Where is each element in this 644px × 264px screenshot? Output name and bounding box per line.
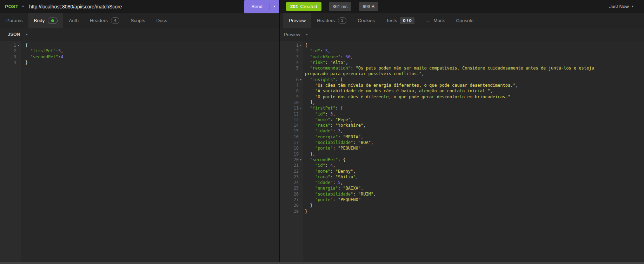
line-number: 4 xyxy=(280,60,299,65)
fold-arrow-icon[interactable]: ▾ xyxy=(299,77,303,82)
code-text[interactable]: "id": 5, xyxy=(303,48,644,54)
fold-arrow-icon[interactable]: ▾ xyxy=(299,157,303,163)
code-line: 11▾ "firstPet": { xyxy=(280,105,644,111)
fold-arrow-icon[interactable]: ▾ xyxy=(16,42,21,48)
code-line: 20▾ "secondPet": { xyxy=(280,157,644,163)
line-number: 23 xyxy=(280,174,299,180)
line-number: 18 xyxy=(280,145,299,151)
request-pane: POST ▾ http://localhost:8080/api/score/m… xyxy=(0,0,279,264)
tab-headers[interactable]: Headers3 xyxy=(311,13,352,28)
code-text[interactable]: "nome": "Pepe", xyxy=(303,117,644,123)
code-line: 22 "nome": "Benny", xyxy=(280,169,644,174)
bottom-scrollbar-track[interactable] xyxy=(0,262,644,264)
code-line: 4 "risk": "Alto", xyxy=(280,60,644,65)
code-text[interactable]: "firstPet":3, xyxy=(21,48,279,54)
response-history-dropdown[interactable]: Just Now ▾ xyxy=(609,4,633,9)
code-text[interactable]: "raca": "Yorkshire", xyxy=(303,123,644,128)
line-number: 20 xyxy=(280,157,299,163)
line-number: 10 xyxy=(280,100,299,105)
tab-preview[interactable]: Preview xyxy=(283,13,311,28)
fold-arrow-icon[interactable]: ▾ xyxy=(299,105,303,111)
preview-mode-dropdown[interactable]: Preview ▾ xyxy=(284,32,308,37)
tab-label: Params xyxy=(6,18,23,23)
tab-label: Scripts xyxy=(131,18,145,23)
line-number: 5 xyxy=(280,65,299,71)
code-text[interactable]: "sociabilidade": "BOA", xyxy=(303,140,644,145)
tab-label: Auth xyxy=(69,18,79,23)
code-text[interactable]: "id": 4, xyxy=(303,163,644,168)
tab-auth[interactable]: Auth xyxy=(63,13,84,28)
count-badge: 3 xyxy=(338,17,346,24)
chevron-down-icon[interactable]: ▾ xyxy=(270,5,279,8)
line-number: 2 xyxy=(280,48,299,54)
code-text[interactable]: "raca": "Shitzu", xyxy=(303,174,644,180)
code-text[interactable]: "idade": 3, xyxy=(303,128,644,134)
code-text[interactable]: "insights": [ xyxy=(303,77,644,82)
code-text[interactable]: { xyxy=(21,42,279,48)
request-body-editor[interactable]: 1▾{2 "firstPet":3,3 "secondPet":44} xyxy=(0,41,279,264)
code-text[interactable]: "energia": "MEDIA", xyxy=(303,134,644,140)
tab-label: Tests xyxy=(386,18,397,23)
code-text[interactable]: "energia": "BAIXA", xyxy=(303,185,644,191)
tab-params[interactable]: Params xyxy=(1,13,28,28)
code-text[interactable]: { xyxy=(303,42,644,48)
line-number: 9 xyxy=(280,94,299,100)
code-text[interactable]: "secondPet": { xyxy=(303,157,644,163)
code-line: 2 "id": 5, xyxy=(280,48,644,54)
line-number: 19 xyxy=(280,151,299,157)
tab-mock[interactable]: →Mock xyxy=(420,13,451,28)
code-line: 23 "raca": "Shitzu", xyxy=(280,174,644,180)
fold-arrow-icon[interactable]: ▾ xyxy=(299,42,303,48)
tab-console[interactable]: Console xyxy=(451,13,479,28)
code-line: 26 "sociabilidade": "RUIM", xyxy=(280,191,644,197)
code-text[interactable]: "matchScore": 50, xyxy=(303,54,644,60)
tab-scripts[interactable]: Scripts xyxy=(125,13,151,28)
line-number: 29 xyxy=(280,209,299,214)
code-text[interactable]: "id": 3, xyxy=(303,111,644,117)
code-text[interactable]: ], xyxy=(303,100,644,105)
line-number: 1 xyxy=(280,42,299,48)
body-type-label: JSON xyxy=(8,32,20,37)
tab-docs[interactable]: Docs xyxy=(151,13,173,28)
code-text[interactable]: "risk": "Alto", xyxy=(303,60,644,65)
url-input[interactable]: http://localhost:8080/api/score/matchSco… xyxy=(29,4,244,9)
code-line: 9 "O porte dos cães é diferente, o que p… xyxy=(280,94,644,100)
tests-count-badge: 0 / 0 xyxy=(400,17,414,24)
request-url-bar: POST ▾ http://localhost:8080/api/score/m… xyxy=(0,0,279,13)
code-text[interactable]: "nome": "Benny", xyxy=(303,169,644,174)
code-text[interactable]: "idade": 5, xyxy=(303,180,644,185)
send-button[interactable]: Send ▾ xyxy=(244,0,279,13)
code-line: 7 "Os cães têm níveis de energia diferen… xyxy=(280,82,644,88)
code-text[interactable]: }, xyxy=(303,151,644,157)
code-text[interactable]: "porte": "PEQUENO" xyxy=(303,145,644,151)
chevron-down-icon: ▾ xyxy=(632,5,633,8)
tab-body[interactable]: Body xyxy=(28,13,64,28)
tab-label: Preview xyxy=(289,18,306,23)
code-line: 17 "sociabilidade": "BOA", xyxy=(280,140,644,145)
count-badge: 4 xyxy=(111,17,119,24)
code-text[interactable]: } xyxy=(303,203,644,208)
code-text[interactable]: "A sociabilidade de um dos cães é baixa,… xyxy=(303,88,644,94)
line-number: 13 xyxy=(280,117,299,123)
code-text[interactable]: "Os cães têm níveis de energia diferente… xyxy=(303,82,644,88)
code-text[interactable]: "firstPet": { xyxy=(303,105,644,111)
code-text[interactable]: "O porte dos cães é diferente, o que pod… xyxy=(303,94,644,100)
code-text[interactable]: } xyxy=(303,209,644,214)
code-text[interactable]: "secondPet":4 xyxy=(21,54,279,60)
code-text[interactable]: } xyxy=(21,60,279,65)
tab-cookies[interactable]: Cookies xyxy=(352,13,380,28)
preview-mode-bar: Preview ▾ xyxy=(280,28,644,41)
response-body-viewer[interactable]: 1▾{2 "id": 5,3 "matchScore": 50,4 "risk"… xyxy=(280,41,644,264)
tab-tests[interactable]: Tests0 / 0 xyxy=(380,13,420,28)
code-text[interactable]: "recommendation": "Os pets podem não ser… xyxy=(303,65,644,77)
tab-label: Headers xyxy=(317,18,335,23)
code-text[interactable]: "porte": "PEQUENO" xyxy=(303,197,644,203)
line-number: 21 xyxy=(280,163,299,168)
tab-headers[interactable]: Headers4 xyxy=(84,13,125,28)
code-line: 1▾{ xyxy=(280,42,644,48)
line-number: 12 xyxy=(280,111,299,117)
line-number: 7 xyxy=(280,82,299,88)
http-method-selector[interactable]: POST ▾ xyxy=(5,4,24,9)
code-text[interactable]: "sociabilidade": "RUIM", xyxy=(303,191,644,197)
body-type-dropdown[interactable]: JSON ▾ xyxy=(8,32,28,37)
